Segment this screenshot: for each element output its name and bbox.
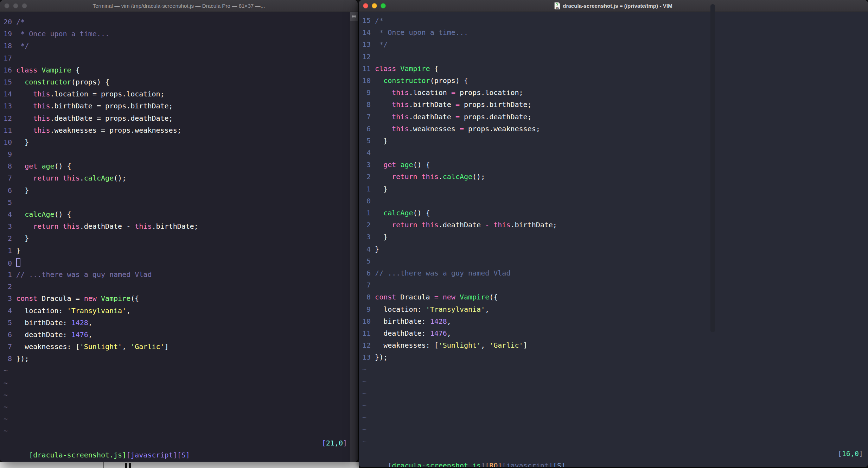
code-token: this	[392, 125, 409, 133]
code-token: });	[16, 354, 29, 363]
code-line: 2 return this.deathDate - this.birthDate…	[362, 219, 868, 231]
line-number: 5	[4, 317, 12, 329]
cursor-position: [16,0]	[838, 448, 863, 460]
terminal-titlebar[interactable]: Terminal — vim /tmp/dracula-screenshot.j…	[0, 0, 358, 12]
line-number: 11	[362, 63, 371, 75]
code-token: this	[33, 90, 50, 98]
code-token: return this	[33, 174, 79, 182]
code-token: ,	[88, 318, 92, 327]
code-token: =	[92, 90, 97, 98]
code-token: age	[42, 162, 54, 170]
code-token: /*	[375, 16, 383, 25]
js-document-icon[interactable]: JS	[554, 2, 560, 10]
line-number: 19	[4, 28, 12, 40]
code-token	[375, 100, 392, 109]
code-line: 7 weaknesses: ['Sunlight', 'Garlic']	[4, 341, 358, 353]
code-line: 11 this.weaknesses = props.weaknesses;	[4, 124, 358, 136]
zoom-button[interactable]	[22, 3, 27, 8]
code-line: 8 get age() {	[4, 160, 358, 172]
code-token: ,	[447, 329, 451, 337]
line-number: 8	[362, 291, 371, 303]
code-token: birthDate:	[375, 317, 430, 325]
code-token	[16, 222, 33, 230]
vim-buffer[interactable]: 20/*19 * Once upon a time...18 */1716cla…	[0, 12, 358, 462]
code-line: 13 this.birthDate = props.birthDate;	[4, 100, 358, 112]
code-line: 7	[362, 279, 868, 291]
line-number: 10	[4, 136, 12, 148]
code-token: }	[16, 138, 29, 146]
code-line: 8 this.birthDate = props.birthDate;	[362, 99, 868, 110]
code-token	[375, 209, 383, 217]
code-line: 5	[362, 255, 868, 267]
code-token: * Once upon a time...	[16, 30, 109, 38]
code-token: props.weaknesses;	[105, 126, 181, 134]
window-controls	[363, 0, 386, 12]
line-number: 14	[4, 88, 12, 100]
scrollbar-track[interactable]	[710, 4, 715, 332]
code-token: get	[383, 160, 400, 169]
code-token	[375, 113, 392, 121]
code-token: calcAge	[383, 209, 413, 217]
zoom-button[interactable]	[381, 3, 386, 8]
code-token: 'Transylvania'	[67, 306, 127, 315]
empty-buffer-line: ~	[4, 377, 358, 389]
close-button[interactable]	[4, 3, 9, 8]
code-token: =	[451, 88, 455, 97]
code-line: 9 this.location = props.location;	[362, 87, 868, 99]
macvim-titlebar[interactable]: JS dracula-screenshot.js = (/private/tmp…	[359, 0, 868, 12]
code-line: 3 }	[362, 231, 868, 243]
code-line: 2	[4, 280, 358, 292]
split-pane-icon	[352, 15, 356, 18]
line-number: 13	[362, 351, 371, 363]
code-line: 17	[4, 52, 358, 64]
code-token	[130, 222, 135, 230]
code-token: calcAge	[84, 174, 114, 182]
line-number: 6	[4, 184, 12, 196]
line-number: 1	[362, 183, 371, 195]
vim-command-line	[4, 449, 358, 461]
code-token: () {	[55, 210, 71, 219]
code-token: ]	[523, 341, 528, 349]
code-token: new	[84, 294, 101, 303]
code-token: () {	[413, 160, 430, 169]
code-token: const	[375, 293, 400, 301]
close-button[interactable]	[363, 3, 368, 8]
code-token: =	[455, 100, 460, 109]
code-line: 3const Dracula = new Vampire({	[4, 292, 358, 304]
line-number: 13	[4, 100, 12, 112]
code-token	[16, 174, 33, 182]
code-token	[375, 221, 392, 229]
line-number: 2	[4, 232, 12, 244]
code-token: props.location;	[97, 90, 165, 98]
code-token: }	[16, 234, 29, 242]
code-line: 4 location: 'Transylvania',	[4, 305, 358, 317]
split-pane-button[interactable]	[350, 12, 358, 21]
line-number: 3	[4, 220, 12, 232]
minimize-button[interactable]	[13, 3, 18, 8]
scrollbar-track[interactable]	[350, 21, 358, 462]
code-token: Vampire	[101, 294, 130, 303]
cursor-position: [21,0]	[322, 437, 347, 449]
terminal-scrollbar[interactable]	[350, 12, 358, 462]
code-line: 12	[362, 51, 868, 63]
vim-buffer[interactable]: 15/*14 * Once upon a time...13 */1211cla…	[359, 12, 868, 467]
code-token: this	[135, 222, 152, 230]
code-token: ]	[859, 449, 863, 458]
code-token: */	[375, 40, 388, 49]
code-token: .weaknesses	[409, 125, 460, 133]
code-line: 15/*	[362, 14, 868, 26]
minimize-button[interactable]	[372, 3, 377, 8]
code-token: .deathDate	[50, 114, 96, 122]
code-token: ,	[126, 306, 130, 315]
line-number: 15	[4, 76, 12, 88]
code-token: birthDate:	[16, 318, 71, 327]
empty-buffer-line: ~	[4, 365, 358, 377]
code-token: 'Garlic'	[130, 342, 164, 351]
line-number: 12	[362, 51, 371, 63]
line-number: 3	[4, 292, 12, 304]
code-token: props.deathDate;	[101, 114, 173, 122]
code-line: 14 this.location = props.location;	[4, 88, 358, 100]
code-token: class	[16, 66, 42, 74]
code-token: }	[16, 246, 20, 255]
line-number: 13	[362, 38, 371, 50]
